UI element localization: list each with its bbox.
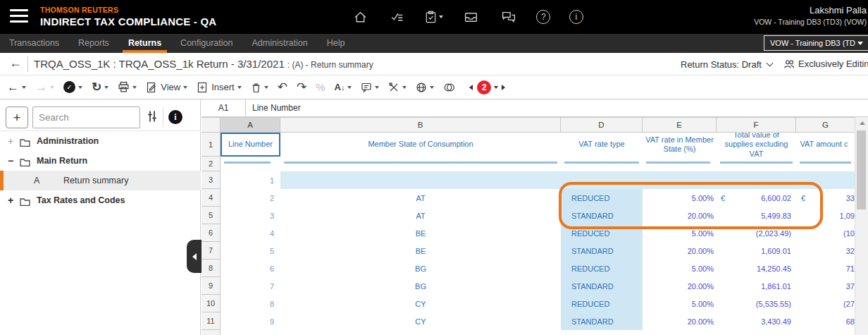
col-header-F[interactable]: F [717,117,796,133]
cell-name-box[interactable]: A1 [202,103,245,113]
home-icon[interactable] [351,8,369,25]
grid-cell[interactable]: 20.00% [643,207,717,224]
row-header[interactable]: 4 [202,189,221,207]
grid-cell[interactable] [561,330,643,335]
grid-cell[interactable]: CY [280,312,561,330]
help-icon[interactable]: ? [536,10,550,24]
comments-button[interactable] [361,82,379,93]
row-header[interactable]: 1 [202,133,221,157]
tree-node-tax-rates[interactable]: + Tax Rates and Codes [0,190,201,210]
grid-cell[interactable]: 3 [221,207,280,224]
grid-cell[interactable]: €6,600.02 [717,189,796,207]
redo-button[interactable]: ↷ [297,81,306,93]
grid-cell[interactable]: 5.00% [643,189,717,207]
row-header[interactable]: 12 [202,330,221,335]
cell-A1-selected[interactable]: Line Number [221,133,280,157]
grid-cell[interactable]: (5,535.55) [717,295,796,312]
navigate-back-button[interactable]: ← [7,81,26,93]
formula-bar[interactable]: Line Number [246,103,301,113]
grid-cell[interactable]: 37 [796,277,855,295]
issue-count-badge[interactable]: 2 [477,80,491,95]
search-input[interactable] [32,106,140,128]
print-button[interactable] [118,81,137,93]
row-header[interactable]: 2 [202,157,221,171]
undo-button[interactable]: ↶ [278,81,287,93]
grid-cell[interactable]: 4 [221,224,280,242]
grid-cell[interactable]: 71 [796,260,855,277]
previous-issue-arrow[interactable] [469,85,473,90]
navigate-forward-button[interactable]: → [35,81,54,93]
grid-cell[interactable]: BE [280,224,561,242]
col-header-A[interactable]: A [221,117,280,133]
row-header[interactable]: 5 [202,207,221,224]
nav-tab-administration[interactable]: Administration [252,34,307,53]
grid-cell[interactable]: 1 [221,171,280,189]
grid-cell[interactable] [717,330,796,335]
grid-cell[interactable] [717,171,796,189]
row-header[interactable]: 7 [202,242,221,260]
exclusively-editing-indicator[interactable]: Exclusively Editing [783,59,868,69]
grid-cell[interactable]: STANDARD [561,277,643,295]
grid-cell[interactable]: REDUCED [561,295,643,312]
grid-cell[interactable]: 1,861.01 [717,277,796,295]
clipboard-check-icon[interactable] [425,8,443,25]
sidebar-collapse-handle[interactable] [187,240,202,273]
grid-cell[interactable]: 1,609.01 [717,242,796,260]
grid-cell[interactable] [221,330,280,335]
refresh-button[interactable]: ↻ [92,81,108,93]
tree-node-main-return[interactable]: − Main Return [0,151,201,171]
grid-cell[interactable]: BE [280,242,561,260]
grid-cell[interactable]: 32 [796,242,855,260]
grid-cell[interactable]: 8 [221,295,280,312]
grid-cell[interactable]: 9 [221,312,280,330]
cell-D2[interactable] [561,157,643,171]
grid-cell[interactable] [280,330,561,335]
corner-cell[interactable] [202,117,221,133]
col-header-B[interactable]: B [280,117,561,133]
info-filled-icon[interactable]: i [168,110,182,124]
grid-cell[interactable] [643,171,717,189]
nav-tab-configuration[interactable]: Configuration [180,34,232,53]
issue-dropdown-caret[interactable] [494,86,498,89]
grid-cell[interactable]: CY [280,295,561,312]
tree-item-return-summary-selected[interactable]: A Return summary [0,171,201,190]
row-header[interactable]: 9 [202,277,221,295]
expand-icon[interactable]: + [6,135,16,147]
collapse-icon[interactable]: − [6,155,16,166]
grid-cell[interactable]: STANDARD [561,242,643,260]
cell-E1[interactable]: VAT rate in Member State (%) [643,133,717,157]
cell-B1[interactable]: Member State of Consumption [280,133,561,157]
cell-F1[interactable]: Total value of supplies excluding VAT [717,133,796,157]
info-icon[interactable]: i [569,10,583,24]
tools-button[interactable] [388,82,407,93]
grid-cell[interactable] [643,330,717,335]
percent-format-button[interactable]: % [316,82,325,92]
clipboard-dropdown-caret[interactable] [439,16,443,18]
view-menu-button[interactable]: View [146,82,187,93]
row-header[interactable]: 11 [202,312,221,330]
grid-cell[interactable]: AT [280,207,561,224]
grid-cell[interactable]: 6 [221,260,280,277]
scrollbar-thumb[interactable] [857,130,866,209]
nav-tab-help[interactable]: Help [327,34,345,53]
globe-button[interactable] [416,82,434,93]
cell-G2[interactable] [796,157,855,171]
grid-cell[interactable]: 5.00% [643,224,717,242]
tree-node-administration[interactable]: + Administration [0,131,201,151]
expand-icon[interactable]: + [6,195,16,206]
grid-cell[interactable]: BG [280,260,561,277]
user-block[interactable]: Lakshmi Palla VOW - Training DB3 (TD3) (… [754,5,867,26]
delete-button[interactable] [251,82,268,93]
cell-A2[interactable] [221,157,280,171]
grid-cell[interactable]: (10 [796,224,855,242]
grid-cell[interactable]: BG [280,277,561,295]
row-header[interactable]: 8 [202,260,221,277]
cell-G1[interactable]: VAT amount c [796,133,855,157]
grid-cell[interactable]: 7 [221,277,280,295]
grid-cell[interactable]: 5.00% [643,295,717,312]
col-header-G[interactable]: G [796,117,855,133]
grid-cell[interactable]: 3,430.49 [717,312,796,330]
grid-cell[interactable]: REDUCED [561,189,643,207]
grid-cell[interactable]: REDUCED [561,224,643,242]
nav-tab-reports[interactable]: Reports [78,34,109,53]
